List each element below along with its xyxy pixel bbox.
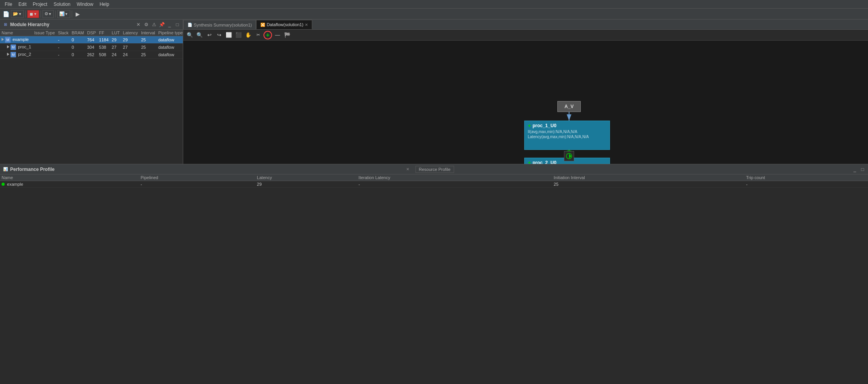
table-row[interactable]: M example - 0 764 1184 29 29 25 dataflow <box>0 36 183 44</box>
module-hierarchy-warn-btn[interactable]: ⚠ <box>151 21 157 28</box>
toolbar-dropdown-2[interactable]: ⏹▼ <box>27 10 39 18</box>
df-flag-btn[interactable]: 🏁 <box>283 31 292 39</box>
tabs-bar: 📄 Synthesis Summary(solution1) 🔀 Dataflo… <box>183 20 868 30</box>
perf-col-latency: Latency <box>255 174 357 181</box>
col-slack: Slack <box>57 30 70 36</box>
df-zoom-in-btn[interactable]: 🔍 <box>186 31 194 39</box>
module-hierarchy-header: ⊞ Module Hierarchy ✕ ⚙ ⚠ 📌 _ □ <box>0 20 183 30</box>
perf-table-row[interactable]: example - 29 - 25 - <box>0 181 868 188</box>
expand-triangle[interactable] <box>2 38 4 41</box>
node-a-v[interactable]: A_V <box>557 101 581 112</box>
tree-toggle[interactable] <box>7 45 9 48</box>
perf-title: Performance Profile <box>10 167 405 172</box>
df-redo-btn[interactable]: ↪ <box>215 31 223 39</box>
module-hierarchy-maximize-btn[interactable]: □ <box>174 21 180 28</box>
perf-maximize-btn[interactable]: □ <box>859 166 866 172</box>
row-pipeline-type: dataflow <box>157 51 183 59</box>
toolbar-sep-2 <box>41 11 41 18</box>
tab-synthesis[interactable]: 📄 Synthesis Summary(solution1) <box>183 20 256 29</box>
perf-close-btn[interactable]: ✕ <box>406 167 409 171</box>
menu-solution[interactable]: Solution <box>50 1 73 8</box>
performance-profile-panel: 📊 Performance Profile ✕ Resource Profile… <box>0 164 868 384</box>
df-undo-btn[interactable]: ↩ <box>205 31 214 39</box>
expand-triangle[interactable] <box>7 53 9 56</box>
toolbar-new-btn[interactable]: 📄 <box>2 10 10 18</box>
row-ff: 538 <box>97 44 110 51</box>
df-fit-btn[interactable]: ⬜ <box>225 31 233 39</box>
node-proc1-title-row: + proc_1_U0 <box>528 123 606 129</box>
perf-col-pipelined: Pipelined <box>139 174 255 181</box>
module-icon: M <box>5 37 11 43</box>
module-hierarchy-pin-btn[interactable]: 📌 <box>159 21 165 28</box>
node-proc1[interactable]: + proc_1_U0 II(avg,max,min):N/A,N/A,N/A … <box>524 121 610 150</box>
row-name: example <box>12 37 29 42</box>
toolbar-run-btn[interactable]: ▶ <box>74 10 82 18</box>
menu-bar: File Edit Project Solution Window Help <box>0 0 868 9</box>
module-hierarchy-table-container: Name Issue Type Slack BRAM DSP FF LUT La… <box>0 30 183 164</box>
df-zoom-out-btn[interactable]: 🔍 <box>195 31 204 39</box>
perf-icon: 📊 <box>2 166 9 172</box>
status-dot <box>2 183 5 186</box>
row-latency: 29 <box>121 36 140 44</box>
df-minus-btn[interactable]: — <box>273 31 282 39</box>
resource-profile-tab[interactable]: Resource Profile <box>415 166 454 173</box>
df-cut-btn[interactable]: ✂ <box>254 31 262 39</box>
module-hierarchy-minimize-btn[interactable]: _ <box>166 21 173 28</box>
row-name: proc_1 <box>18 44 31 49</box>
row-ff: 1184 <box>97 36 110 44</box>
tree-toggle[interactable] <box>2 38 4 41</box>
channel-icon <box>564 151 574 161</box>
menu-project[interactable]: Project <box>30 1 50 8</box>
row-pipeline-type: dataflow <box>157 44 183 51</box>
menu-file[interactable]: File <box>2 1 15 8</box>
tab-dataflow[interactable]: 🔀 Dataflow(solution1) ✕ <box>256 20 312 29</box>
perf-row-trip-count: - <box>744 181 868 188</box>
row-dsp: 262 <box>85 51 97 59</box>
perf-minimize-btn[interactable]: _ <box>852 166 858 172</box>
perf-row-name: example <box>0 181 139 188</box>
menu-help[interactable]: Help <box>96 1 112 8</box>
bottom-section: 📊 Performance Profile ✕ Resource Profile… <box>0 164 868 384</box>
module-hierarchy-settings-btn[interactable]: ⚙ <box>143 21 149 28</box>
perf-table: Name Pipelined Latency Iteration Latency… <box>0 174 868 188</box>
toolbar-dropdown-3[interactable]: ⚙▼ <box>42 10 54 18</box>
perf-col-name: Name <box>0 174 139 181</box>
col-interval: Interval <box>140 30 157 36</box>
node-proc1-ii: II(avg,max,min):N/A,N/A,N/A <box>528 130 606 134</box>
dataflow-tab-label: Dataflow(solution1) <box>267 22 303 27</box>
col-bram: BRAM <box>70 30 86 36</box>
expand-triangle[interactable] <box>7 45 9 48</box>
row-bram: 0 <box>70 51 86 59</box>
col-lut: LUT <box>110 30 122 36</box>
tree-toggle[interactable] <box>7 53 9 56</box>
row-ff: 508 <box>97 51 110 59</box>
perf-row-pipelined: - <box>139 181 255 188</box>
table-row[interactable]: M proc_2 - 0 262 508 24 24 25 dataflow <box>0 51 183 59</box>
toolbar-sep-1 <box>25 11 26 18</box>
perf-row-latency: 29 <box>255 181 357 188</box>
table-row[interactable]: M proc_1 - 0 304 538 27 27 25 dataflow <box>0 44 183 51</box>
toolbar-dropdown-4[interactable]: 📊▼ <box>57 10 70 18</box>
dataflow-tab-close[interactable]: ✕ <box>305 23 308 27</box>
df-pan-btn[interactable]: ✋ <box>244 31 253 39</box>
module-hierarchy-table: Name Issue Type Slack BRAM DSP FF LUT La… <box>0 30 183 59</box>
col-latency: Latency <box>121 30 140 36</box>
toolbar-dropdown-1[interactable]: 📂▼ <box>11 10 24 18</box>
df-select-btn[interactable]: ⬛ <box>234 31 243 39</box>
row-dsp: 764 <box>85 36 97 44</box>
node-a-v-label: A_V <box>564 104 573 109</box>
dataflow-canvas: A_V + proc_1_U0 II(avg,max,min):N/A,N/A,… <box>183 41 868 164</box>
node-proc2-label: proc_2_U0 <box>532 160 556 164</box>
col-dsp: DSP <box>85 30 97 36</box>
menu-window[interactable]: Window <box>74 1 97 8</box>
menu-edit[interactable]: Edit <box>15 1 30 8</box>
perf-row-init-interval: 25 <box>552 181 745 188</box>
module-hierarchy-title: Module Hierarchy <box>10 22 134 27</box>
row-bram: 0 <box>70 44 86 51</box>
main-toolbar: 📄 📂▼ ⏹▼ ⚙▼ 📊▼ ▶ <box>0 9 868 20</box>
perf-name-label: example <box>7 182 23 187</box>
module-hierarchy-close-btn[interactable]: ✕ <box>135 21 141 28</box>
df-add-btn[interactable]: + <box>263 31 272 39</box>
performance-profile-header: 📊 Performance Profile ✕ Resource Profile… <box>0 164 868 174</box>
resource-profile-label: Resource Profile <box>419 167 451 172</box>
